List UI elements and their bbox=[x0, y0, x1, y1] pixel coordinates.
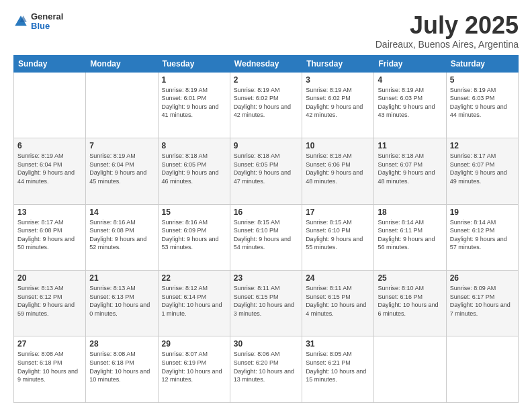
day-info: Sunrise: 8:07 AM Sunset: 6:19 PM Dayligh… bbox=[162, 350, 226, 383]
day-info: Sunrise: 8:18 AM Sunset: 6:05 PM Dayligh… bbox=[162, 152, 226, 185]
logo-text: General Blue bbox=[31, 12, 63, 32]
month-title: July 2025 bbox=[375, 12, 519, 39]
calendar-cell: 11Sunrise: 8:18 AM Sunset: 6:07 PM Dayli… bbox=[374, 138, 446, 204]
calendar-cell: 2Sunrise: 8:19 AM Sunset: 6:02 PM Daylig… bbox=[230, 72, 302, 138]
calendar-cell: 18Sunrise: 8:14 AM Sunset: 6:11 PM Dayli… bbox=[374, 204, 446, 270]
day-number: 25 bbox=[378, 273, 442, 283]
calendar-week-1: 1Sunrise: 8:19 AM Sunset: 6:01 PM Daylig… bbox=[14, 72, 519, 138]
day-info: Sunrise: 8:18 AM Sunset: 6:05 PM Dayligh… bbox=[234, 152, 298, 185]
day-number: 7 bbox=[89, 141, 154, 150]
calendar-header-tuesday: Tuesday bbox=[158, 55, 230, 72]
calendar-cell: 12Sunrise: 8:17 AM Sunset: 6:07 PM Dayli… bbox=[446, 138, 518, 204]
calendar-cell: 27Sunrise: 8:08 AM Sunset: 6:18 PM Dayli… bbox=[14, 336, 86, 403]
day-info: Sunrise: 8:19 AM Sunset: 6:02 PM Dayligh… bbox=[306, 86, 370, 120]
day-info: Sunrise: 8:14 AM Sunset: 6:12 PM Dayligh… bbox=[450, 218, 515, 252]
day-number: 22 bbox=[162, 273, 226, 283]
calendar-cell: 17Sunrise: 8:15 AM Sunset: 6:10 PM Dayli… bbox=[302, 204, 374, 270]
day-info: Sunrise: 8:08 AM Sunset: 6:18 PM Dayligh… bbox=[17, 350, 82, 383]
day-number: 23 bbox=[234, 273, 298, 283]
calendar-cell: 10Sunrise: 8:18 AM Sunset: 6:06 PM Dayli… bbox=[302, 138, 374, 204]
day-number: 5 bbox=[450, 75, 515, 85]
day-info: Sunrise: 8:16 AM Sunset: 6:09 PM Dayligh… bbox=[162, 218, 226, 252]
calendar-cell: 4Sunrise: 8:19 AM Sunset: 6:03 PM Daylig… bbox=[374, 72, 446, 138]
title-block: July 2025 Daireaux, Buenos Aires, Argent… bbox=[375, 12, 519, 50]
calendar-cell: 28Sunrise: 8:08 AM Sunset: 6:18 PM Dayli… bbox=[86, 336, 158, 403]
day-info: Sunrise: 8:11 AM Sunset: 6:15 PM Dayligh… bbox=[234, 284, 298, 318]
day-number: 21 bbox=[89, 273, 154, 283]
calendar-cell: 30Sunrise: 8:06 AM Sunset: 6:20 PM Dayli… bbox=[230, 336, 302, 403]
page: General Blue July 2025 Daireaux, Buenos … bbox=[0, 0, 532, 411]
calendar-table: SundayMondayTuesdayWednesdayThursdayFrid… bbox=[13, 55, 519, 403]
day-number: 31 bbox=[306, 339, 370, 349]
calendar-cell: 31Sunrise: 8:05 AM Sunset: 6:21 PM Dayli… bbox=[302, 336, 374, 403]
day-number: 27 bbox=[17, 339, 82, 349]
day-info: Sunrise: 8:19 AM Sunset: 6:02 PM Dayligh… bbox=[234, 86, 298, 120]
calendar-header-sunday: Sunday bbox=[14, 55, 86, 72]
calendar-week-5: 27Sunrise: 8:08 AM Sunset: 6:18 PM Dayli… bbox=[14, 336, 519, 403]
day-number: 2 bbox=[234, 75, 298, 85]
day-number: 28 bbox=[89, 339, 154, 349]
calendar-week-3: 13Sunrise: 8:17 AM Sunset: 6:08 PM Dayli… bbox=[14, 204, 519, 270]
calendar-cell: 7Sunrise: 8:19 AM Sunset: 6:04 PM Daylig… bbox=[86, 138, 158, 204]
logo: General Blue bbox=[13, 12, 63, 32]
calendar-cell: 20Sunrise: 8:13 AM Sunset: 6:12 PM Dayli… bbox=[14, 271, 86, 336]
calendar-cell: 13Sunrise: 8:17 AM Sunset: 6:08 PM Dayli… bbox=[14, 204, 86, 270]
logo-general-text: General bbox=[31, 12, 63, 21]
day-number: 20 bbox=[17, 273, 82, 283]
day-number: 16 bbox=[234, 208, 298, 217]
header: General Blue July 2025 Daireaux, Buenos … bbox=[13, 12, 519, 50]
day-info: Sunrise: 8:10 AM Sunset: 6:16 PM Dayligh… bbox=[378, 284, 442, 318]
day-info: Sunrise: 8:19 AM Sunset: 6:04 PM Dayligh… bbox=[89, 152, 154, 185]
calendar-header-wednesday: Wednesday bbox=[230, 55, 302, 72]
logo-blue-text: Blue bbox=[31, 21, 63, 31]
calendar-cell bbox=[14, 72, 86, 138]
day-info: Sunrise: 8:06 AM Sunset: 6:20 PM Dayligh… bbox=[234, 350, 298, 383]
day-info: Sunrise: 8:18 AM Sunset: 6:07 PM Dayligh… bbox=[378, 152, 442, 185]
day-number: 8 bbox=[162, 141, 226, 150]
calendar-cell: 29Sunrise: 8:07 AM Sunset: 6:19 PM Dayli… bbox=[158, 336, 230, 403]
calendar-cell: 1Sunrise: 8:19 AM Sunset: 6:01 PM Daylig… bbox=[158, 72, 230, 138]
day-number: 13 bbox=[17, 208, 82, 217]
calendar-cell: 21Sunrise: 8:13 AM Sunset: 6:13 PM Dayli… bbox=[86, 271, 158, 336]
day-number: 15 bbox=[162, 208, 226, 217]
calendar-week-4: 20Sunrise: 8:13 AM Sunset: 6:12 PM Dayli… bbox=[14, 271, 519, 336]
calendar-cell: 23Sunrise: 8:11 AM Sunset: 6:15 PM Dayli… bbox=[230, 271, 302, 336]
calendar-cell: 16Sunrise: 8:15 AM Sunset: 6:10 PM Dayli… bbox=[230, 204, 302, 270]
day-number: 12 bbox=[450, 141, 515, 150]
day-number: 3 bbox=[306, 75, 370, 85]
calendar-cell bbox=[86, 72, 158, 138]
day-info: Sunrise: 8:09 AM Sunset: 6:17 PM Dayligh… bbox=[450, 284, 515, 318]
calendar-cell bbox=[446, 336, 518, 403]
day-info: Sunrise: 8:13 AM Sunset: 6:12 PM Dayligh… bbox=[17, 284, 82, 318]
day-info: Sunrise: 8:19 AM Sunset: 6:04 PM Dayligh… bbox=[17, 152, 82, 185]
day-info: Sunrise: 8:08 AM Sunset: 6:18 PM Dayligh… bbox=[89, 350, 154, 383]
day-info: Sunrise: 8:14 AM Sunset: 6:11 PM Dayligh… bbox=[378, 218, 442, 252]
calendar-header-monday: Monday bbox=[86, 55, 158, 72]
day-info: Sunrise: 8:15 AM Sunset: 6:10 PM Dayligh… bbox=[234, 218, 298, 252]
calendar-cell: 3Sunrise: 8:19 AM Sunset: 6:02 PM Daylig… bbox=[302, 72, 374, 138]
calendar-cell: 26Sunrise: 8:09 AM Sunset: 6:17 PM Dayli… bbox=[446, 271, 518, 336]
day-info: Sunrise: 8:18 AM Sunset: 6:06 PM Dayligh… bbox=[306, 152, 370, 185]
day-info: Sunrise: 8:19 AM Sunset: 6:01 PM Dayligh… bbox=[162, 86, 226, 120]
day-number: 24 bbox=[306, 273, 370, 283]
calendar-cell: 25Sunrise: 8:10 AM Sunset: 6:16 PM Dayli… bbox=[374, 271, 446, 336]
calendar-cell: 6Sunrise: 8:19 AM Sunset: 6:04 PM Daylig… bbox=[14, 138, 86, 204]
day-number: 11 bbox=[378, 141, 442, 150]
day-number: 4 bbox=[378, 75, 442, 85]
calendar-cell: 9Sunrise: 8:18 AM Sunset: 6:05 PM Daylig… bbox=[230, 138, 302, 204]
day-number: 26 bbox=[450, 273, 515, 283]
location: Daireaux, Buenos Aires, Argentina bbox=[375, 39, 519, 50]
day-number: 17 bbox=[306, 208, 370, 217]
day-info: Sunrise: 8:13 AM Sunset: 6:13 PM Dayligh… bbox=[89, 284, 154, 318]
day-info: Sunrise: 8:19 AM Sunset: 6:03 PM Dayligh… bbox=[378, 86, 442, 120]
day-info: Sunrise: 8:16 AM Sunset: 6:08 PM Dayligh… bbox=[89, 218, 154, 252]
day-info: Sunrise: 8:05 AM Sunset: 6:21 PM Dayligh… bbox=[306, 350, 370, 383]
day-number: 1 bbox=[162, 75, 226, 85]
calendar-cell: 8Sunrise: 8:18 AM Sunset: 6:05 PM Daylig… bbox=[158, 138, 230, 204]
calendar-cell: 15Sunrise: 8:16 AM Sunset: 6:09 PM Dayli… bbox=[158, 204, 230, 270]
day-number: 10 bbox=[306, 141, 370, 150]
calendar-cell: 22Sunrise: 8:12 AM Sunset: 6:14 PM Dayli… bbox=[158, 271, 230, 336]
day-info: Sunrise: 8:11 AM Sunset: 6:15 PM Dayligh… bbox=[306, 284, 370, 318]
day-info: Sunrise: 8:17 AM Sunset: 6:08 PM Dayligh… bbox=[17, 218, 82, 252]
calendar-header-thursday: Thursday bbox=[302, 55, 374, 72]
